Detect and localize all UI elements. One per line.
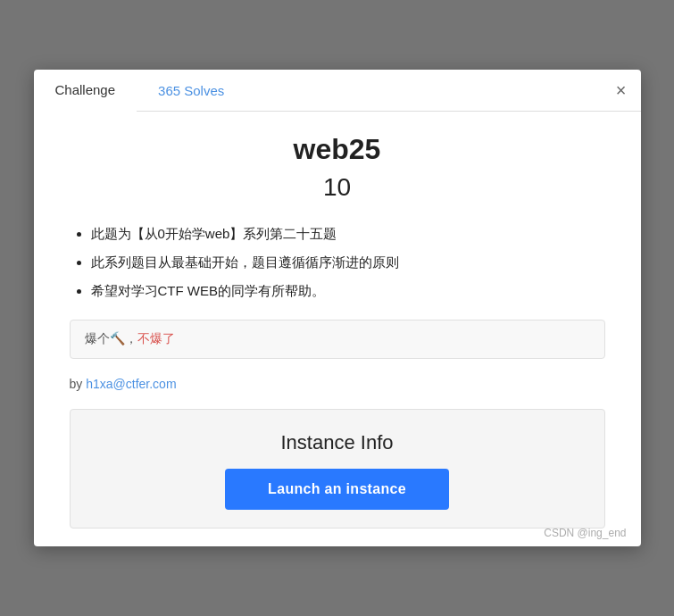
hint-box: 爆个🔨，不爆了 [70,320,605,359]
challenge-description: 此题为【从0开始学web】系列第二十五题 此系列题目从最基础开始，题目遵循循序渐… [70,223,605,302]
instance-box: Instance Info Launch an instance [70,409,605,529]
modal-header: Challenge 365 Solves × [34,70,641,112]
challenge-points: 10 [70,173,605,202]
launch-instance-button[interactable]: Launch an instance [225,469,449,510]
challenge-title: web25 [70,133,605,166]
desc-item-3: 希望对学习CTF WEB的同学有所帮助。 [91,280,605,302]
hint-middle: ， [125,331,137,345]
modal-dialog: Challenge 365 Solves × web25 10 此题为【从0开始… [34,70,641,546]
modal-body: web25 10 此题为【从0开始学web】系列第二十五题 此系列题目从最基础开… [34,112,641,546]
modal-overlay: Challenge 365 Solves × web25 10 此题为【从0开始… [0,0,674,616]
hint-link[interactable]: 不爆了 [137,331,175,345]
desc-item-1: 此题为【从0开始学web】系列第二十五题 [91,223,605,245]
tab-solves[interactable]: 365 Solves [137,70,245,111]
hammer-icon: 🔨 [110,331,125,345]
tab-challenge[interactable]: Challenge [34,70,137,112]
author-email[interactable]: h1xa@ctfer.com [86,377,176,391]
hint-prefix: 爆个 [85,331,110,345]
close-button[interactable]: × [616,81,627,99]
author-line: by h1xa@ctfer.com [70,377,605,391]
desc-item-2: 此系列题目从最基础开始，题目遵循循序渐进的原则 [91,252,605,273]
watermark: CSDN @ing_end [544,527,626,539]
author-prefix: by [70,377,87,391]
instance-title: Instance Info [85,431,590,454]
